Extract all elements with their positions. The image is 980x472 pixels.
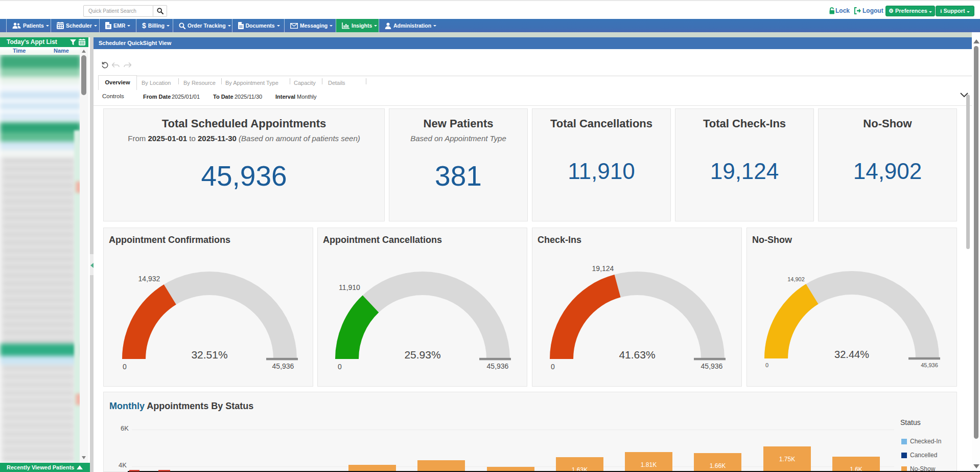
svg-text:45,936: 45,936 [272,362,294,370]
svg-text:0: 0 [765,362,768,368]
svg-text:32.51%: 32.51% [191,349,227,361]
svg-text:11,910: 11,910 [339,283,360,291]
svg-text:0: 0 [123,363,127,371]
svg-text:41.63%: 41.63% [619,349,655,361]
svg-text:14,902: 14,902 [787,276,805,282]
svg-text:0: 0 [551,363,555,371]
svg-text:45,936: 45,936 [921,362,938,368]
svg-text:32.44%: 32.44% [834,349,869,360]
svg-text:14,932: 14,932 [138,275,160,283]
svg-text:45,936: 45,936 [487,362,509,370]
svg-text:19,124: 19,124 [592,264,614,273]
svg-text:25.93%: 25.93% [404,349,440,361]
svg-text:0: 0 [338,363,342,371]
svg-text:45,936: 45,936 [701,362,723,370]
